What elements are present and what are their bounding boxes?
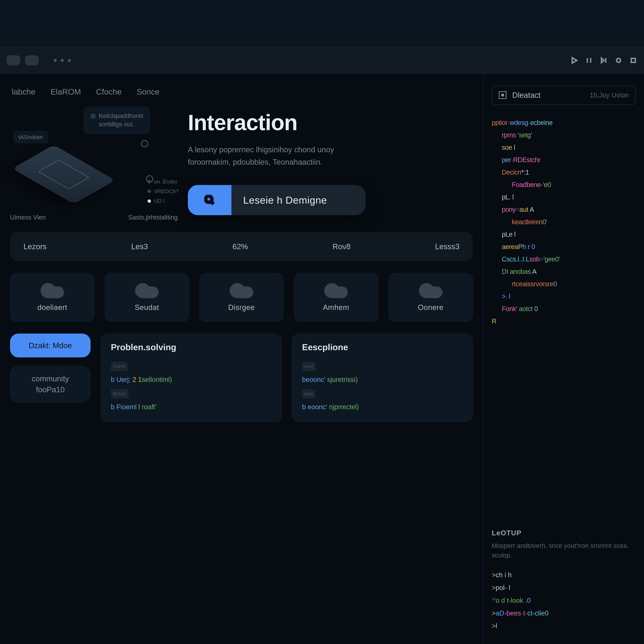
- cloud-icon: [230, 281, 253, 297]
- svg-point-2: [206, 196, 212, 202]
- search-cta-button[interactable]: Leseie h Demigne: [188, 185, 366, 215]
- category-card[interactable]: Oonere: [388, 273, 473, 322]
- problem-solving-box: Problen.solving OsPvI b Uerj; 2 1sellont…: [101, 334, 282, 422]
- help-title: LeOTUP: [492, 529, 636, 537]
- sidebar-title: Dleatact: [512, 91, 541, 100]
- play-icon[interactable]: [570, 56, 578, 64]
- dot-icon[interactable]: [68, 59, 71, 62]
- side-buttons: Dzakt: Mdoe communityfooPa10: [10, 334, 91, 422]
- box-title: Problen.solving: [111, 342, 272, 352]
- bottom-row: Dzakt: Mdoe communityfooPa10 Problen.sol…: [10, 334, 473, 422]
- category-card[interactable]: doeliaert: [10, 273, 95, 322]
- media-controls: [570, 56, 637, 64]
- stat-item: Les3: [131, 242, 148, 251]
- nav-item[interactable]: labche: [12, 87, 35, 96]
- detect-icon: [499, 91, 506, 99]
- next-icon[interactable]: [600, 56, 608, 64]
- window-pill[interactable]: [25, 55, 39, 65]
- page-subtitle: A lesony poprernec lhigsinihoy chond uno…: [188, 144, 364, 168]
- category-cards: doeliaert Seudat Disrgee Amhem Oonere: [10, 273, 473, 322]
- stats-strip: Lezors Les3 62% Rov8 Lesss3: [10, 232, 473, 261]
- terminal-output: >ch i h >pol- l *'o d t-look .0 >aD-bees…: [492, 569, 636, 632]
- stat-item: Lezors: [23, 242, 47, 251]
- nav-item[interactable]: ElaROM: [50, 87, 81, 96]
- sidebar-header[interactable]: Dleatact 1b,Joy Uvion: [492, 86, 636, 105]
- stat-item: Lesss3: [435, 242, 460, 251]
- hero-diagram: foolclspaddhoret sonblligs out. tASnsken…: [10, 106, 178, 215]
- cloud-icon: [135, 281, 159, 297]
- dot-icon[interactable]: [61, 59, 64, 62]
- pause-icon[interactable]: [585, 56, 593, 64]
- svg-rect-1: [631, 58, 635, 62]
- window-pill[interactable]: [7, 55, 20, 65]
- nav-item[interactable]: Cfoche: [96, 87, 122, 96]
- box-title: Eescplione: [302, 342, 463, 352]
- annotation-box: foolclspaddhoret sonblligs out.: [84, 106, 150, 134]
- cloud-icon: [419, 281, 442, 297]
- main-panel: labche ElaROM Cfoche Sonce foolclspaddho…: [0, 74, 483, 644]
- legend: on .Erobo VREDCh? UD I: [148, 177, 179, 206]
- hero-content: Interaction A lesony poprernec lhigsinih…: [188, 106, 473, 215]
- traffic-dots: [54, 59, 71, 62]
- dot-icon[interactable]: [54, 59, 57, 62]
- code-panel: pptior-wdesg-ecbeine rpms 'setg' soe l p…: [492, 116, 636, 327]
- stop-icon[interactable]: [629, 56, 637, 64]
- cloud-icon: [324, 281, 348, 297]
- help-body: Mosperr andtoverh, snce yout'rron sronri…: [492, 541, 636, 560]
- diagram-labels: Uimess VienSasts,jirhtstaliting: [10, 214, 178, 221]
- node-circle[interactable]: [141, 140, 148, 147]
- stat-item: Rov8: [333, 242, 351, 251]
- nav-item[interactable]: Sonce: [137, 87, 159, 96]
- isometric-device: [20, 145, 107, 204]
- category-card[interactable]: Disrgee: [199, 273, 284, 322]
- category-card[interactable]: Amhem: [294, 273, 378, 322]
- app-window: labche ElaROM Cfoche Sonce foolclspaddho…: [0, 74, 644, 644]
- hero-section: foolclspaddhoret sonblligs out. tASnsken…: [10, 106, 473, 215]
- stat-item: 62%: [232, 242, 248, 251]
- window-controls: [7, 55, 71, 65]
- help-panel: LeOTUP Mosperr andtoverh, snce yout'rron…: [492, 519, 636, 632]
- exception-box: Eescplione rnnd beoonc' sjuretrissi) uet…: [292, 334, 473, 422]
- top-nav: labche ElaROM Cfoche Sonce: [10, 87, 473, 106]
- search-icon: [188, 185, 231, 215]
- community-button[interactable]: communityfooPa10: [10, 366, 91, 403]
- code-sidebar: Dleatact 1b,Joy Uvion pptior-wdesg-ecbei…: [483, 74, 644, 644]
- tag-label: tASnsken: [13, 131, 48, 143]
- titlebar: [0, 47, 644, 74]
- page-title: Interaction: [188, 110, 473, 135]
- cta-label: Leseie h Demigne: [231, 194, 327, 206]
- category-card[interactable]: Seudat: [105, 273, 189, 322]
- record-icon[interactable]: [614, 56, 623, 64]
- svg-point-0: [616, 58, 621, 62]
- mode-button[interactable]: Dzakt: Mdoe: [10, 334, 91, 357]
- cloud-icon: [41, 281, 64, 297]
- sidebar-subtitle: 1b,Joy Uvion: [590, 91, 629, 99]
